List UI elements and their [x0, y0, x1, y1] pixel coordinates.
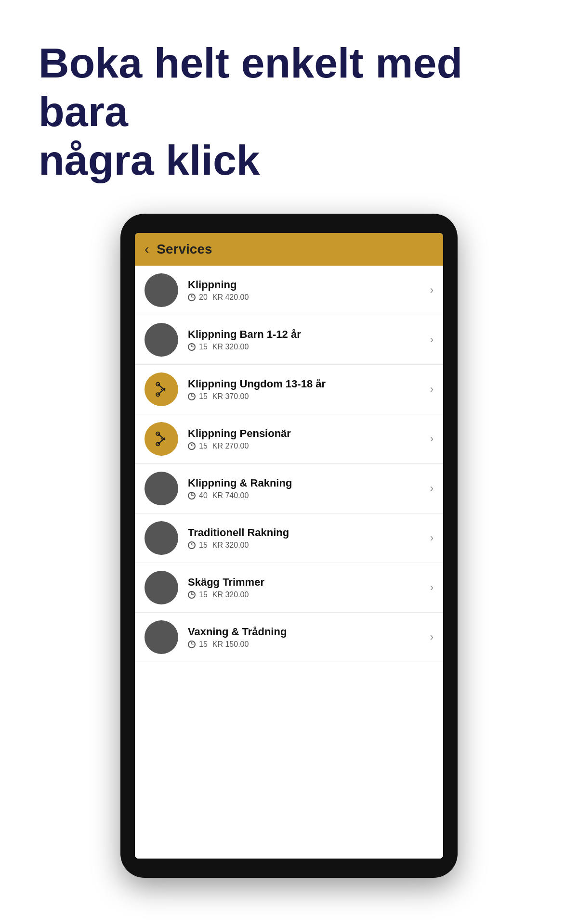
service-item[interactable]: Klippning & Rakning 40 KR 740.00 › [135, 464, 443, 513]
service-name: Klippning [188, 279, 425, 291]
service-duration: 20 [188, 293, 208, 302]
service-price: KR 270.00 [212, 442, 249, 450]
service-duration: 15 [188, 442, 208, 450]
service-duration: 15 [188, 541, 208, 550]
service-meta: 15 KR 370.00 [188, 392, 425, 401]
service-item[interactable]: Klippning Barn 1-12 år 15 KR 320.00 › [135, 315, 443, 365]
headline-text: Boka helt enkelt med bara några klick [39, 38, 539, 185]
service-price: KR 420.00 [212, 293, 249, 302]
service-info: Vaxning & Trådning 15 KR 150.00 [188, 626, 425, 649]
svg-point-9 [161, 438, 162, 439]
chevron-right-icon: › [430, 532, 434, 544]
services-list: Klippning 20 KR 420.00 ›Klippning Barn 1… [135, 266, 443, 859]
chevron-right-icon: › [430, 433, 434, 445]
service-meta: 15 KR 320.00 [188, 541, 425, 550]
service-name: Klippning Ungdom 13-18 år [188, 378, 425, 390]
service-meta: 15 KR 150.00 [188, 640, 425, 649]
service-duration: 15 [188, 343, 208, 351]
service-duration: 15 [188, 392, 208, 401]
back-button[interactable]: ‹ [144, 242, 149, 257]
service-duration: 15 [188, 640, 208, 649]
chevron-right-icon: › [430, 581, 434, 594]
page-container: Boka helt enkelt med bara några klick ‹ … [0, 0, 578, 924]
service-duration: 15 [188, 590, 208, 599]
service-price: KR 320.00 [212, 343, 249, 351]
device-screen: ‹ Services Klippning 20 KR 420.00 ›Klipp… [135, 233, 443, 859]
service-duration: 40 [188, 491, 208, 500]
service-name: Skägg Trimmer [188, 576, 425, 589]
service-info: Skägg Trimmer 15 KR 320.00 [188, 576, 425, 599]
chevron-right-icon: › [430, 383, 434, 396]
service-item[interactable]: Klippning Ungdom 13-18 år 15 KR 370.00 › [135, 365, 443, 414]
chevron-right-icon: › [430, 631, 434, 643]
service-item[interactable]: Vaxning & Trådning 15 KR 150.00 › [135, 613, 443, 662]
service-meta: 40 KR 740.00 [188, 491, 425, 500]
service-name: Klippning Barn 1-12 år [188, 328, 425, 341]
device-frame: ‹ Services Klippning 20 KR 420.00 ›Klipp… [120, 214, 458, 878]
service-info: Klippning & Rakning 40 KR 740.00 [188, 477, 425, 500]
service-name: Traditionell Rakning [188, 526, 425, 539]
headline-section: Boka helt enkelt med bara några klick [29, 38, 549, 185]
service-info: Klippning Ungdom 13-18 år 15 KR 370.00 [188, 378, 425, 401]
chevron-right-icon: › [430, 482, 434, 495]
service-info: Klippning 20 KR 420.00 [188, 279, 425, 302]
service-price: KR 320.00 [212, 541, 249, 550]
service-price: KR 370.00 [212, 392, 249, 401]
service-name: Vaxning & Trådning [188, 626, 425, 638]
scissors-icon [153, 430, 170, 448]
service-item[interactable]: Traditionell Rakning 15 KR 320.00 › [135, 513, 443, 563]
service-price: KR 740.00 [212, 491, 249, 500]
chevron-right-icon: › [430, 334, 434, 346]
service-info: Klippning Barn 1-12 år 15 KR 320.00 [188, 328, 425, 351]
header-title: Services [157, 242, 212, 257]
app-header: ‹ Services [135, 233, 443, 266]
service-price: KR 150.00 [212, 640, 249, 649]
service-meta: 15 KR 320.00 [188, 343, 425, 351]
service-name: Klippning & Rakning [188, 477, 425, 489]
service-price: KR 320.00 [212, 590, 249, 599]
service-item[interactable]: Klippning 20 KR 420.00 › [135, 266, 443, 315]
scissors-icon [153, 381, 170, 398]
service-item[interactable]: Klippning Pensionär 15 KR 270.00 › [135, 414, 443, 464]
svg-point-4 [161, 388, 162, 390]
chevron-right-icon: › [430, 284, 434, 296]
service-info: Klippning Pensionär 15 KR 270.00 [188, 427, 425, 450]
service-item[interactable]: Skägg Trimmer 15 KR 320.00 › [135, 563, 443, 613]
service-meta: 15 KR 320.00 [188, 590, 425, 599]
service-meta: 15 KR 270.00 [188, 442, 425, 450]
service-info: Traditionell Rakning 15 KR 320.00 [188, 526, 425, 550]
service-meta: 20 KR 420.00 [188, 293, 425, 302]
service-name: Klippning Pensionär [188, 427, 425, 440]
